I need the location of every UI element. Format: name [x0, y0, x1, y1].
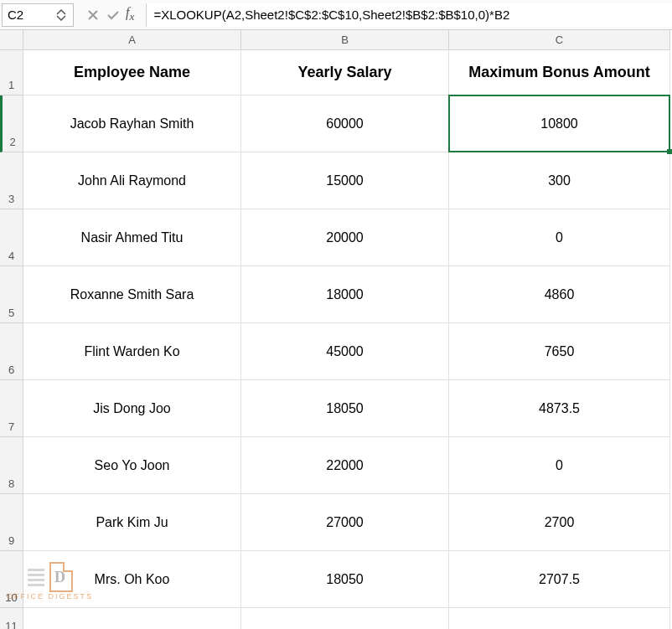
chevron-up-icon — [56, 9, 66, 15]
row-header[interactable]: 7 — [0, 380, 23, 437]
cell[interactable]: Jis Dong Joo — [23, 380, 241, 437]
row-header[interactable]: 10 — [0, 551, 23, 608]
cell[interactable]: Jacob Rayhan Smith — [23, 95, 241, 152]
x-icon — [87, 9, 99, 21]
header-cell[interactable]: Maximum Bonus Amount — [449, 50, 670, 95]
cell[interactable]: 300 — [449, 152, 670, 209]
cell[interactable]: 18050 — [241, 551, 449, 608]
cell[interactable]: 18000 — [241, 266, 449, 323]
check-icon — [106, 9, 120, 21]
cancel-button[interactable] — [85, 8, 101, 23]
cell[interactable]: Flint Warden Ko — [23, 323, 241, 380]
chevron-down-icon — [56, 15, 66, 21]
cell[interactable]: Roxanne Smith Sara — [23, 266, 241, 323]
row-header[interactable]: 6 — [0, 323, 23, 380]
enter-button[interactable] — [106, 8, 121, 23]
cell[interactable]: 4873.5 — [449, 380, 670, 437]
cell[interactable] — [23, 608, 241, 629]
cell[interactable] — [449, 608, 670, 629]
col-header-c[interactable]: C — [449, 30, 670, 50]
row-header[interactable]: 11 — [0, 608, 23, 629]
cell[interactable]: 18050 — [241, 380, 449, 437]
name-box[interactable]: C2 — [2, 3, 74, 27]
row-header[interactable]: 4 — [0, 209, 23, 266]
cell[interactable]: Seo Yo Joon — [23, 437, 241, 494]
col-header-b[interactable]: B — [241, 30, 449, 50]
cell[interactable]: 20000 — [241, 209, 449, 266]
formula-bar-buttons: fx — [74, 5, 146, 23]
row-header[interactable]: 9 — [0, 494, 23, 551]
col-header-a[interactable]: A — [23, 30, 241, 50]
name-box-value: C2 — [8, 8, 23, 22]
cell[interactable]: 15000 — [241, 152, 449, 209]
row-header[interactable]: 3 — [0, 152, 23, 209]
cell[interactable]: 2700 — [449, 494, 670, 551]
cell[interactable] — [241, 608, 449, 629]
row-header[interactable]: 8 — [0, 437, 23, 494]
formula-bar: C2 fx =XLOOKUP(A2,Sheet2!$C$2:$C$10,Shee… — [0, 0, 672, 30]
cell[interactable]: John Ali Raymond — [23, 152, 241, 209]
formula-text: =XLOOKUP(A2,Sheet2!$C$2:$C$10,Sheet2!$B$… — [153, 8, 509, 22]
cell[interactable]: 0 — [449, 209, 670, 266]
fx-label[interactable]: fx — [126, 5, 137, 23]
cell[interactable]: 27000 — [241, 494, 449, 551]
cell[interactable]: 0 — [449, 437, 670, 494]
cell[interactable]: 22000 — [241, 437, 449, 494]
row-header[interactable]: 5 — [0, 266, 23, 323]
header-cell[interactable]: Employee Name — [23, 50, 241, 95]
cell[interactable]: Park Kim Ju — [23, 494, 241, 551]
selected-cell[interactable]: 10800 — [449, 95, 670, 152]
row-header[interactable]: 1 — [0, 50, 23, 95]
cell[interactable]: Mrs. Oh Koo — [23, 551, 241, 608]
row-header[interactable]: 2 — [0, 95, 23, 152]
cell[interactable]: 7650 — [449, 323, 670, 380]
formula-input[interactable]: =XLOOKUP(A2,Sheet2!$C$2:$C$10,Sheet2!$B$… — [146, 3, 672, 27]
cell[interactable]: 4860 — [449, 266, 670, 323]
cell[interactable]: 2707.5 — [449, 551, 670, 608]
spreadsheet-grid: A B C 1 Employee Name Yearly Salary Maxi… — [0, 30, 672, 629]
cell[interactable]: 60000 — [241, 95, 449, 152]
cell[interactable]: Nasir Ahmed Titu — [23, 209, 241, 266]
name-box-spinner[interactable] — [56, 9, 70, 21]
cell[interactable]: 45000 — [241, 323, 449, 380]
select-all-corner[interactable] — [0, 30, 23, 50]
header-cell[interactable]: Yearly Salary — [241, 50, 449, 95]
